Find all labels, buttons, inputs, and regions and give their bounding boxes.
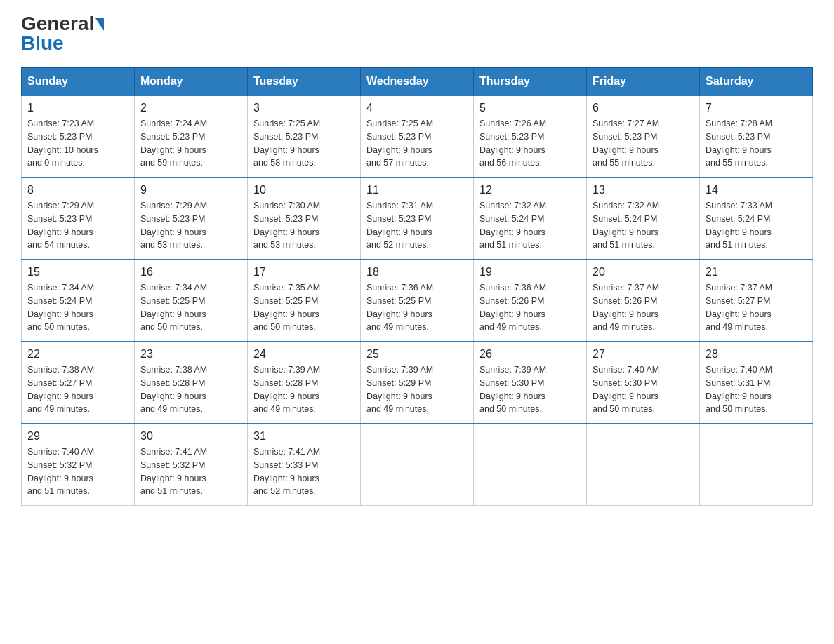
weekday-header-wednesday: Wednesday <box>361 68 474 96</box>
weekday-header-tuesday: Tuesday <box>248 68 361 96</box>
logo-arrow-icon <box>95 18 104 31</box>
day-number: 26 <box>479 348 581 361</box>
day-number: 15 <box>27 266 128 279</box>
day-info: Sunrise: 7:39 AM Sunset: 5:30 PM Dayligh… <box>479 363 581 416</box>
calendar-cell: 16 Sunrise: 7:34 AM Sunset: 5:25 PM Dayl… <box>135 260 248 342</box>
day-info: Sunrise: 7:32 AM Sunset: 5:24 PM Dayligh… <box>593 199 694 252</box>
calendar-cell: 6 Sunrise: 7:27 AM Sunset: 5:23 PM Dayli… <box>587 95 700 177</box>
logo: General Blue <box>21 14 104 53</box>
calendar-cell: 31 Sunrise: 7:41 AM Sunset: 5:33 PM Dayl… <box>248 424 361 506</box>
calendar-cell: 29 Sunrise: 7:40 AM Sunset: 5:32 PM Dayl… <box>22 424 135 506</box>
day-info: Sunrise: 7:26 AM Sunset: 5:23 PM Dayligh… <box>479 117 581 170</box>
calendar-cell: 19 Sunrise: 7:36 AM Sunset: 5:26 PM Dayl… <box>474 260 587 342</box>
day-info: Sunrise: 7:39 AM Sunset: 5:29 PM Dayligh… <box>366 363 468 416</box>
day-number: 8 <box>27 184 128 196</box>
day-number: 27 <box>593 348 694 361</box>
calendar-cell: 20 Sunrise: 7:37 AM Sunset: 5:26 PM Dayl… <box>587 260 700 342</box>
day-number: 4 <box>366 102 468 114</box>
calendar-cell: 27 Sunrise: 7:40 AM Sunset: 5:30 PM Dayl… <box>587 342 700 424</box>
day-info: Sunrise: 7:37 AM Sunset: 5:26 PM Dayligh… <box>593 281 694 334</box>
day-number: 10 <box>253 184 355 196</box>
day-info: Sunrise: 7:35 AM Sunset: 5:25 PM Dayligh… <box>253 281 355 334</box>
day-number: 20 <box>593 266 694 279</box>
week-row-3: 15 Sunrise: 7:34 AM Sunset: 5:24 PM Dayl… <box>22 260 813 342</box>
day-info: Sunrise: 7:27 AM Sunset: 5:23 PM Dayligh… <box>593 117 694 170</box>
calendar-cell: 7 Sunrise: 7:28 AM Sunset: 5:23 PM Dayli… <box>700 95 813 177</box>
day-number: 13 <box>593 184 694 196</box>
calendar-cell: 5 Sunrise: 7:26 AM Sunset: 5:23 PM Dayli… <box>474 95 587 177</box>
day-number: 21 <box>706 266 807 279</box>
calendar-cell: 13 Sunrise: 7:32 AM Sunset: 5:24 PM Dayl… <box>587 177 700 260</box>
day-info: Sunrise: 7:33 AM Sunset: 5:24 PM Dayligh… <box>706 199 807 252</box>
weekday-header-row: SundayMondayTuesdayWednesdayThursdayFrid… <box>22 68 813 96</box>
weekday-header-monday: Monday <box>135 68 248 96</box>
calendar-cell: 24 Sunrise: 7:39 AM Sunset: 5:28 PM Dayl… <box>248 342 361 424</box>
weekday-header-thursday: Thursday <box>474 68 587 96</box>
day-info: Sunrise: 7:37 AM Sunset: 5:27 PM Dayligh… <box>706 281 807 334</box>
day-number: 28 <box>706 348 807 361</box>
day-number: 31 <box>253 430 355 443</box>
day-number: 7 <box>706 102 807 114</box>
page-header: General Blue <box>21 14 813 53</box>
calendar-cell: 23 Sunrise: 7:38 AM Sunset: 5:28 PM Dayl… <box>135 342 248 424</box>
day-info: Sunrise: 7:40 AM Sunset: 5:32 PM Dayligh… <box>27 445 128 498</box>
day-info: Sunrise: 7:31 AM Sunset: 5:23 PM Dayligh… <box>366 199 468 252</box>
calendar-cell <box>700 424 813 506</box>
day-number: 25 <box>366 348 468 361</box>
weekday-header-sunday: Sunday <box>22 68 135 96</box>
calendar-cell: 25 Sunrise: 7:39 AM Sunset: 5:29 PM Dayl… <box>361 342 474 424</box>
calendar-cell <box>474 424 587 506</box>
weekday-header-friday: Friday <box>587 68 700 96</box>
week-row-4: 22 Sunrise: 7:38 AM Sunset: 5:27 PM Dayl… <box>22 342 813 424</box>
calendar-cell: 11 Sunrise: 7:31 AM Sunset: 5:23 PM Dayl… <box>361 177 474 260</box>
day-info: Sunrise: 7:38 AM Sunset: 5:27 PM Dayligh… <box>27 363 128 416</box>
calendar-cell: 28 Sunrise: 7:40 AM Sunset: 5:31 PM Dayl… <box>700 342 813 424</box>
logo-general-text: General <box>21 14 94 34</box>
calendar-cell: 14 Sunrise: 7:33 AM Sunset: 5:24 PM Dayl… <box>700 177 813 260</box>
day-number: 30 <box>140 430 241 443</box>
day-info: Sunrise: 7:38 AM Sunset: 5:28 PM Dayligh… <box>140 363 241 416</box>
day-info: Sunrise: 7:28 AM Sunset: 5:23 PM Dayligh… <box>706 117 807 170</box>
day-number: 14 <box>706 184 807 196</box>
day-info: Sunrise: 7:29 AM Sunset: 5:23 PM Dayligh… <box>140 199 241 252</box>
day-info: Sunrise: 7:36 AM Sunset: 5:25 PM Dayligh… <box>366 281 468 334</box>
logo-blue-text: Blue <box>21 34 64 53</box>
day-info: Sunrise: 7:41 AM Sunset: 5:33 PM Dayligh… <box>253 445 355 498</box>
day-number: 16 <box>140 266 241 279</box>
day-number: 11 <box>366 184 468 196</box>
day-number: 22 <box>27 348 128 361</box>
day-info: Sunrise: 7:24 AM Sunset: 5:23 PM Dayligh… <box>140 117 241 170</box>
day-number: 17 <box>253 266 355 279</box>
day-info: Sunrise: 7:40 AM Sunset: 5:30 PM Dayligh… <box>593 363 694 416</box>
calendar-cell: 22 Sunrise: 7:38 AM Sunset: 5:27 PM Dayl… <box>22 342 135 424</box>
calendar-cell: 1 Sunrise: 7:23 AM Sunset: 5:23 PM Dayli… <box>22 95 135 177</box>
day-info: Sunrise: 7:25 AM Sunset: 5:23 PM Dayligh… <box>366 117 468 170</box>
day-info: Sunrise: 7:30 AM Sunset: 5:23 PM Dayligh… <box>253 199 355 252</box>
day-number: 9 <box>140 184 241 196</box>
calendar-cell: 3 Sunrise: 7:25 AM Sunset: 5:23 PM Dayli… <box>248 95 361 177</box>
week-row-5: 29 Sunrise: 7:40 AM Sunset: 5:32 PM Dayl… <box>22 424 813 506</box>
weekday-header-saturday: Saturday <box>700 68 813 96</box>
calendar-cell <box>587 424 700 506</box>
calendar-cell: 26 Sunrise: 7:39 AM Sunset: 5:30 PM Dayl… <box>474 342 587 424</box>
week-row-1: 1 Sunrise: 7:23 AM Sunset: 5:23 PM Dayli… <box>22 95 813 177</box>
day-info: Sunrise: 7:34 AM Sunset: 5:24 PM Dayligh… <box>27 281 128 334</box>
calendar-cell: 2 Sunrise: 7:24 AM Sunset: 5:23 PM Dayli… <box>135 95 248 177</box>
day-info: Sunrise: 7:32 AM Sunset: 5:24 PM Dayligh… <box>479 199 581 252</box>
calendar-cell <box>361 424 474 506</box>
day-info: Sunrise: 7:40 AM Sunset: 5:31 PM Dayligh… <box>706 363 807 416</box>
day-info: Sunrise: 7:39 AM Sunset: 5:28 PM Dayligh… <box>253 363 355 416</box>
day-number: 3 <box>253 102 355 114</box>
day-number: 19 <box>479 266 581 279</box>
day-number: 12 <box>479 184 581 196</box>
day-number: 5 <box>479 102 581 114</box>
calendar-cell: 10 Sunrise: 7:30 AM Sunset: 5:23 PM Dayl… <box>248 177 361 260</box>
calendar-cell: 9 Sunrise: 7:29 AM Sunset: 5:23 PM Dayli… <box>135 177 248 260</box>
day-info: Sunrise: 7:29 AM Sunset: 5:23 PM Dayligh… <box>27 199 128 252</box>
calendar-cell: 30 Sunrise: 7:41 AM Sunset: 5:32 PM Dayl… <box>135 424 248 506</box>
calendar-cell: 12 Sunrise: 7:32 AM Sunset: 5:24 PM Dayl… <box>474 177 587 260</box>
day-info: Sunrise: 7:34 AM Sunset: 5:25 PM Dayligh… <box>140 281 241 334</box>
day-info: Sunrise: 7:36 AM Sunset: 5:26 PM Dayligh… <box>479 281 581 334</box>
day-number: 23 <box>140 348 241 361</box>
calendar-cell: 8 Sunrise: 7:29 AM Sunset: 5:23 PM Dayli… <box>22 177 135 260</box>
